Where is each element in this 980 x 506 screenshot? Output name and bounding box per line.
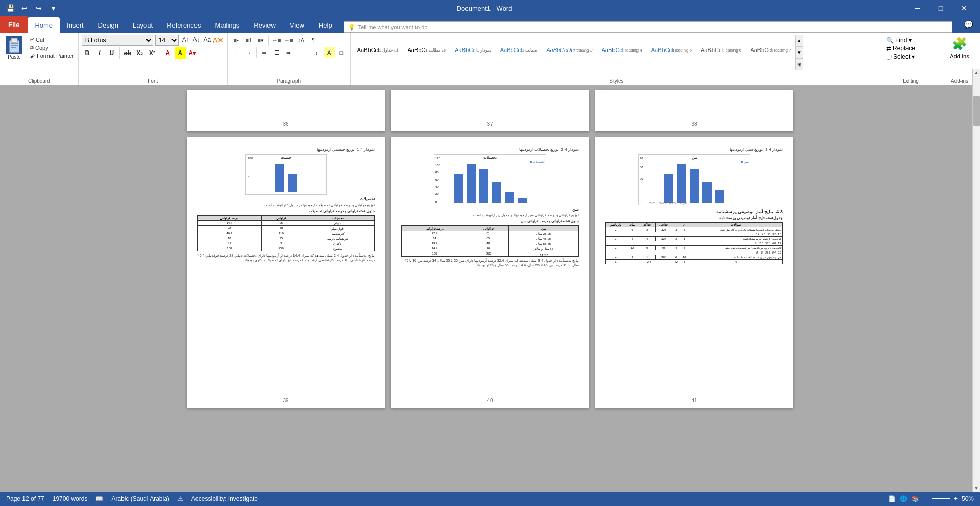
font-size-select[interactable]: 14 xyxy=(155,35,179,46)
language: Arabic (Saudi Arabia) xyxy=(111,495,169,502)
paragraph-section: ≡• ≡1 ≡▾ ←≡ →≡ ↕A ¶ ← → ⬅ ☰ ➡ ≡ ↕ A □ Pa… xyxy=(228,33,351,85)
tab-layout[interactable]: Layout xyxy=(126,17,160,33)
highlight-btn[interactable]: A xyxy=(175,47,186,59)
tab-file[interactable]: File xyxy=(0,16,28,33)
line-spacing-btn[interactable]: ↕ xyxy=(311,47,323,58)
numbering-btn[interactable]: ≡1 xyxy=(243,35,254,46)
show-marks-btn[interactable]: ¶ xyxy=(308,35,319,46)
svg-rect-1 xyxy=(11,38,17,42)
change-case-btn[interactable]: Aa xyxy=(202,35,212,45)
borders-btn[interactable]: □ xyxy=(336,47,347,58)
copy-icon: ⧉ xyxy=(30,44,34,51)
tab-review[interactable]: Review xyxy=(247,17,283,33)
scrollbar-thumb[interactable] xyxy=(973,96,980,127)
undo-quick-btn[interactable]: ↩ xyxy=(18,2,31,14)
underline-btn[interactable]: U xyxy=(106,47,117,59)
align-left-btn[interactable]: ⬅ xyxy=(259,47,270,58)
style-heading6[interactable]: AaBbCclHeading 6 xyxy=(697,35,745,65)
tab-mailings[interactable]: Mailings xyxy=(208,17,247,33)
tab-view[interactable]: View xyxy=(283,17,311,33)
minimize-btn[interactable]: ─ xyxy=(905,0,929,16)
sort-btn[interactable]: ↕A xyxy=(296,35,307,46)
bar-3 xyxy=(479,169,488,203)
tab-references[interactable]: References xyxy=(160,17,208,33)
select-label: Select xyxy=(893,53,910,60)
paste-icon xyxy=(6,36,22,54)
divider3 xyxy=(268,35,269,46)
page40-section-heading: سن xyxy=(401,207,579,212)
style-nospacing[interactable]: AaBbCف مطالب 1 xyxy=(404,35,449,65)
vertical-scrollbar[interactable]: ▲ ▼ xyxy=(972,85,980,492)
page41-survey-table: سوالات ن حداقل حداكثر ميانه واريانس به ن… xyxy=(605,222,783,264)
view-web-icon[interactable]: 🌐 xyxy=(900,495,908,502)
strikethrough-btn[interactable]: ab xyxy=(122,47,133,59)
table-row: 1.6 3.2 50 4.8 0.4 xyxy=(606,232,783,237)
add-ins-label: Add-ins xyxy=(950,53,969,59)
style-heading3[interactable]: AaBbCcDcHeading 3 xyxy=(543,35,596,65)
style-normal[interactable]: AaBbCclف جداول 1 xyxy=(354,35,402,65)
redo-quick-btn[interactable]: ↪ xyxy=(33,2,45,14)
tab-help[interactable]: Help xyxy=(311,17,339,33)
maximize-btn[interactable]: □ xyxy=(929,0,952,16)
title-bar: 💾 ↩ ↪ ▾ Document1 - Word ─ □ ✕ xyxy=(0,0,980,16)
zoom-out-icon[interactable]: ─ xyxy=(923,495,928,502)
select-icon: ⬚ xyxy=(886,53,892,60)
view-read-icon[interactable]: 📚 xyxy=(912,495,919,502)
table-row: فوق‌ديپلم7028 xyxy=(198,225,375,231)
align-right-btn[interactable]: ➡ xyxy=(283,47,295,58)
text-color-btn[interactable]: A xyxy=(162,47,174,59)
page39-chart-inner-title: جنسيت xyxy=(281,156,291,160)
style-heading4[interactable]: AaBbCclHeading 4 xyxy=(598,35,645,65)
decrease-font-btn[interactable]: A↓ xyxy=(191,35,202,45)
style-heading1[interactable]: AaBbCclنمودار 1 xyxy=(451,35,494,65)
font-color-btn[interactable]: A▾ xyxy=(187,47,198,59)
subscript-btn[interactable]: X₂ xyxy=(134,47,145,59)
styles-scroll-down[interactable]: ▼ xyxy=(795,46,803,58)
copy-button[interactable]: ⧉ Copy xyxy=(29,44,75,52)
align-center-btn[interactable]: ☰ xyxy=(271,47,282,58)
increase-indent-btn[interactable]: →≡ xyxy=(283,35,295,46)
quick-access-toolbar: 💾 ↩ ↪ ▾ xyxy=(4,2,59,14)
zoom-in-icon[interactable]: + xyxy=(954,495,958,502)
paste-button[interactable]: Paste xyxy=(2,35,27,61)
view-normal-icon[interactable]: 📄 xyxy=(888,495,896,502)
italic-btn[interactable]: I xyxy=(94,47,105,59)
shading-btn[interactable]: A xyxy=(324,47,335,58)
document-area: 36 37 38 نمودار 4-1- توزيع جنسيتي آزمودن… xyxy=(0,85,980,506)
tab-home[interactable]: Home xyxy=(28,17,60,33)
styles-scroll-up[interactable]: ▲ xyxy=(795,35,803,46)
save-quick-btn[interactable]: 💾 xyxy=(4,2,16,14)
add-ins-btn[interactable]: 🧩 Add-ins xyxy=(942,35,977,59)
format-painter-button[interactable]: 🖌 Format Painter xyxy=(29,52,75,59)
multilevel-btn[interactable]: ≡▾ xyxy=(255,35,266,46)
tab-design[interactable]: Design xyxy=(91,17,126,33)
page39-text1: توزيع فراواني و درصد فراواني تحصيلات آزم… xyxy=(197,203,375,208)
superscript-btn[interactable]: X² xyxy=(146,47,158,59)
pages-middle-row: نمودار 4-1- توزيع جنسيتي آزمودنيها جنسيت… xyxy=(0,137,980,408)
select-btn[interactable]: ⬚ Select ▾ xyxy=(886,53,936,60)
find-btn[interactable]: 🔍 Find ▾ xyxy=(886,37,936,44)
decrease-indent-btn[interactable]: ←≡ xyxy=(271,35,282,46)
customize-quick-btn[interactable]: ▾ xyxy=(47,2,59,14)
rtl-btn[interactable]: → xyxy=(243,47,254,58)
font-family-select[interactable]: B Lotus xyxy=(82,35,153,46)
increase-font-btn[interactable]: A↑ xyxy=(181,35,191,45)
tab-insert[interactable]: Insert xyxy=(60,17,91,33)
style-heading7[interactable]: AaBbCclHeading 7 xyxy=(747,35,794,65)
clear-format-btn[interactable]: A✕ xyxy=(213,35,224,46)
justify-btn[interactable]: ≡ xyxy=(296,47,307,58)
bold-btn[interactable]: B xyxy=(82,47,93,59)
close-btn[interactable]: ✕ xyxy=(952,0,976,16)
styles-expand[interactable]: ⊞ xyxy=(795,59,803,70)
page39-table-title: جدول 4-2- فراواني و درصد فراواني تحصيلات xyxy=(197,209,375,214)
page39-chart-box: جنسيت 100 0 xyxy=(245,154,327,195)
style-heading2[interactable]: AaBbCclمطالب 1 xyxy=(497,35,541,65)
zoom-slider[interactable]: ━━━━━ xyxy=(932,495,950,502)
cut-button[interactable]: ✂ Cut xyxy=(29,36,75,43)
bullets-btn[interactable]: ≡• xyxy=(231,35,242,46)
comments-btn[interactable]: 💬 xyxy=(957,16,980,33)
ltr-btn[interactable]: ← xyxy=(231,47,242,58)
style-heading5[interactable]: AaBbCclHeading 5 xyxy=(648,35,695,65)
replace-btn[interactable]: ⇄ Replace xyxy=(886,45,936,52)
tell-me-input[interactable]: 💡 Tell me what you want to do xyxy=(344,21,952,33)
